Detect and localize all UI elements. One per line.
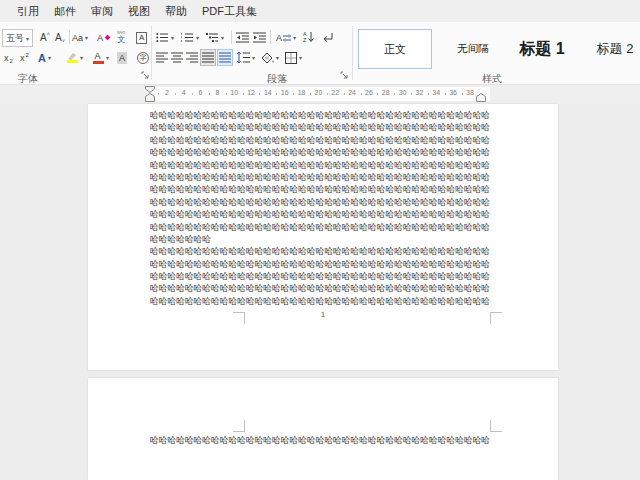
style-label: 标题 1: [519, 39, 564, 60]
character-border-icon: A: [136, 32, 147, 44]
text-line[interactable]: 哈哈哈哈哈哈哈哈哈哈哈哈哈哈哈哈哈哈哈哈哈哈哈哈哈哈哈哈哈哈哈哈哈哈哈哈哈哈哈: [150, 171, 495, 183]
increase-indent-icon: [253, 32, 266, 43]
align-left-button[interactable]: [156, 49, 168, 66]
style-1[interactable]: 无间隔: [436, 29, 510, 69]
font-color-icon: A: [91, 51, 104, 65]
phonetic-guide-icon: wén 文: [117, 31, 125, 44]
right-indent-marker[interactable]: [476, 93, 486, 102]
ruler-tick: [226, 93, 227, 95]
ruler-number: 16: [281, 89, 289, 96]
text-line[interactable]: 哈哈哈哈哈哈哈哈哈哈哈哈哈哈哈哈哈哈哈哈哈哈哈哈哈哈哈哈哈哈哈哈哈哈哈哈哈哈哈: [150, 159, 495, 171]
grow-font-button[interactable]: A˄: [38, 29, 52, 46]
page2-text[interactable]: 哈哈哈哈哈哈哈哈哈哈哈哈哈哈哈哈哈哈哈哈哈哈哈哈哈哈哈哈哈哈哈哈哈哈哈哈哈哈哈: [150, 434, 495, 446]
show-marks-button[interactable]: [323, 29, 334, 46]
text-line[interactable]: 哈哈哈哈哈哈哈哈哈哈哈哈哈哈哈哈哈哈哈哈哈哈哈哈哈哈哈哈哈哈哈哈哈哈哈哈哈哈哈: [150, 134, 495, 146]
font-dialog-launcher-icon[interactable]: [141, 71, 150, 80]
text-highlight-button[interactable]: [64, 49, 84, 66]
ruler-number: 30: [399, 89, 407, 96]
justify-button[interactable]: [200, 49, 216, 66]
menu-item-0[interactable]: 引用: [17, 4, 39, 19]
ruler-tick: [243, 93, 244, 95]
paragraph-dialog-launcher-icon[interactable]: [340, 71, 349, 80]
character-shading-button[interactable]: A: [117, 49, 127, 66]
character-shading-icon: A: [117, 52, 127, 64]
justify-icon: [202, 52, 214, 63]
ruler-tick: [192, 93, 193, 95]
separator: [231, 30, 232, 44]
text-effects-icon: A: [38, 52, 46, 64]
text-line[interactable]: 哈哈哈哈哈哈哈哈哈哈哈哈哈哈哈哈哈哈哈哈哈哈哈哈哈哈哈哈哈哈哈哈哈哈哈哈哈哈哈: [150, 221, 495, 233]
text-line[interactable]: 哈哈哈哈哈哈哈哈哈哈哈哈哈哈哈哈哈哈哈哈哈哈哈哈哈哈哈哈哈哈哈哈哈哈哈哈哈哈哈: [150, 245, 495, 257]
borders-button[interactable]: [285, 49, 302, 66]
menu-item-2[interactable]: 审阅: [91, 4, 113, 19]
distribute-text-button[interactable]: [217, 49, 233, 66]
styles-group-label: 样式: [482, 72, 502, 86]
style-2[interactable]: 标题 1: [505, 29, 579, 69]
ruler-tick: [445, 93, 446, 95]
change-case-button[interactable]: Aa: [72, 29, 88, 46]
text-line[interactable]: 哈哈哈哈哈哈哈哈哈哈哈哈哈哈哈哈哈哈哈哈哈哈哈哈哈哈哈哈哈哈哈哈哈哈哈哈哈哈哈: [150, 183, 495, 195]
superscript-button[interactable]: x2: [20, 49, 29, 66]
text-line[interactable]: 哈哈哈哈哈哈哈哈哈哈哈哈哈哈哈哈哈哈哈哈哈哈哈哈哈哈哈哈哈哈哈哈哈哈哈哈哈哈哈: [150, 146, 495, 158]
text-line[interactable]: 哈哈哈哈哈哈哈哈哈哈哈哈哈哈哈哈哈哈哈哈哈哈哈哈哈哈哈哈哈哈哈哈哈哈哈哈哈哈哈: [150, 109, 495, 121]
shrink-font-button[interactable]: A˅: [53, 29, 67, 46]
text-line[interactable]: 哈哈哈哈哈哈哈哈哈哈哈哈哈哈哈哈哈哈哈哈哈哈哈哈哈哈哈哈哈哈哈哈哈哈哈哈哈哈哈: [150, 270, 495, 282]
subscript-button[interactable]: x2: [4, 49, 13, 66]
text-line[interactable]: 哈哈哈哈哈哈哈哈哈哈哈哈哈哈哈哈哈哈哈哈哈哈哈哈哈哈哈哈哈哈哈哈哈哈哈哈哈哈哈: [150, 258, 495, 270]
text-line[interactable]: 哈哈哈哈哈哈哈哈哈哈哈哈哈哈哈哈哈哈哈哈哈哈哈哈哈哈哈哈哈哈哈哈哈哈哈哈哈哈哈: [150, 282, 495, 294]
phonetic-guide-button[interactable]: wén 文: [117, 29, 125, 46]
text-line[interactable]: 哈哈哈哈哈哈哈: [150, 233, 495, 245]
line-spacing-icon: [237, 52, 250, 63]
text-line[interactable]: 哈哈哈哈哈哈哈哈哈哈哈哈哈哈哈哈哈哈哈哈哈哈哈哈哈哈哈哈哈哈哈哈哈哈哈哈哈哈哈: [150, 196, 495, 208]
text-effects-button[interactable]: A: [38, 49, 51, 66]
style-label: 标题 2: [597, 40, 634, 58]
increase-indent-button[interactable]: [253, 29, 266, 46]
clear-formatting-button[interactable]: A: [97, 29, 110, 46]
decrease-indent-button[interactable]: [236, 29, 249, 46]
paint-bucket-icon: [261, 52, 274, 64]
numbering-icon: [181, 32, 194, 43]
decrease-indent-icon: [236, 32, 249, 43]
page-1[interactable]: 哈哈哈哈哈哈哈哈哈哈哈哈哈哈哈哈哈哈哈哈哈哈哈哈哈哈哈哈哈哈哈哈哈哈哈哈哈哈哈哈…: [88, 104, 558, 370]
page1-text[interactable]: 哈哈哈哈哈哈哈哈哈哈哈哈哈哈哈哈哈哈哈哈哈哈哈哈哈哈哈哈哈哈哈哈哈哈哈哈哈哈哈哈…: [150, 109, 495, 307]
page-number[interactable]: 1: [88, 310, 558, 319]
ruler-number: 14: [264, 89, 272, 96]
numbering-button[interactable]: [181, 29, 199, 46]
menu-item-1[interactable]: 邮件: [54, 4, 76, 19]
ruler-tick: [293, 93, 294, 95]
asian-layout-button[interactable]: A: [276, 29, 296, 46]
style-label: 无间隔: [457, 42, 489, 56]
font-size-combobox[interactable]: 五号: [2, 29, 33, 47]
menu-item-4[interactable]: 帮助: [165, 4, 187, 19]
ruler-number: 6: [199, 89, 203, 96]
enclose-characters-button[interactable]: 字: [137, 49, 149, 66]
eraser-icon: [105, 35, 111, 41]
first-line-indent-marker[interactable]: [145, 86, 155, 93]
text-line[interactable]: 哈哈哈哈哈哈哈哈哈哈哈哈哈哈哈哈哈哈哈哈哈哈哈哈哈哈哈哈哈哈哈哈哈哈哈哈哈哈哈: [150, 295, 495, 307]
menu-item-5[interactable]: PDF工具集: [202, 4, 257, 19]
align-center-button[interactable]: [171, 49, 183, 66]
separator: [270, 30, 271, 44]
character-border-button[interactable]: A: [136, 29, 147, 46]
text-line[interactable]: 哈哈哈哈哈哈哈哈哈哈哈哈哈哈哈哈哈哈哈哈哈哈哈哈哈哈哈哈哈哈哈哈哈哈哈哈哈哈哈: [150, 434, 495, 446]
left-indent-marker[interactable]: [145, 93, 155, 102]
shading-button[interactable]: [261, 49, 279, 66]
ruler[interactable]: 2468101214161820222426283032343638: [0, 85, 640, 104]
text-line[interactable]: 哈哈哈哈哈哈哈哈哈哈哈哈哈哈哈哈哈哈哈哈哈哈哈哈哈哈哈哈哈哈哈哈哈哈哈哈哈哈哈: [150, 208, 495, 220]
align-right-button[interactable]: [186, 49, 198, 66]
ruler-tick: [394, 93, 395, 95]
ruler-tick: [377, 93, 378, 95]
multilevel-list-icon: [206, 32, 219, 43]
page-2[interactable]: 哈哈哈哈哈哈哈哈哈哈哈哈哈哈哈哈哈哈哈哈哈哈哈哈哈哈哈哈哈哈哈哈哈哈哈哈哈哈哈: [88, 378, 558, 480]
menu-item-3[interactable]: 视图: [128, 4, 150, 19]
style-0[interactable]: 正文: [358, 29, 432, 69]
multilevel-list-button[interactable]: [206, 29, 224, 46]
sort-button[interactable]: A Z: [303, 29, 314, 46]
ruler-number: 2: [165, 89, 169, 96]
bullets-button[interactable]: [156, 29, 174, 46]
style-3[interactable]: 标题 2: [578, 29, 640, 69]
font-color-button[interactable]: A: [90, 49, 110, 66]
line-spacing-button[interactable]: [237, 49, 255, 66]
style-label: 正文: [384, 42, 406, 57]
text-line[interactable]: 哈哈哈哈哈哈哈哈哈哈哈哈哈哈哈哈哈哈哈哈哈哈哈哈哈哈哈哈哈哈哈哈哈哈哈哈哈哈哈: [150, 121, 495, 133]
